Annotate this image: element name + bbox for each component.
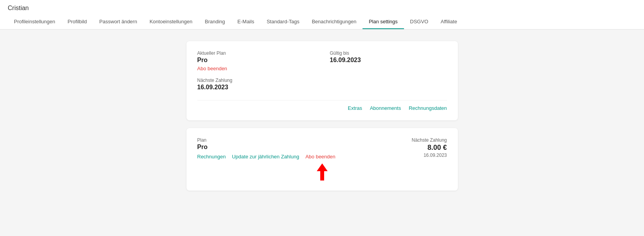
tab-emails[interactable]: E-Mails — [231, 15, 260, 29]
tab-profileinstellungen[interactable]: Profileinstellungen — [8, 15, 61, 29]
abonnements-link[interactable]: Abonnements — [370, 105, 401, 111]
card2-inner: Plan Pro Rechnungen Update zur jährliche… — [197, 137, 447, 160]
aktueller-plan-label: Aktueller Plan — [197, 50, 314, 56]
tab-branding[interactable]: Branding — [199, 15, 231, 29]
main-content: Aktueller Plan Pro Abo beenden Nächste Z… — [0, 30, 644, 210]
tab-tags[interactable]: Standard-Tags — [261, 15, 306, 29]
gueltig-bis-date: 16.09.2023 — [330, 57, 447, 64]
card2-links: Rechnungen Update zur jährlichen Zahlung… — [197, 154, 412, 160]
card1-left: Aktueller Plan Pro Abo beenden Nächste Z… — [197, 50, 314, 92]
tab-konto[interactable]: Kontoeinstellungen — [143, 15, 199, 29]
abo-beenden-link-1[interactable]: Abo beenden — [197, 66, 227, 71]
card2-right: Nächste Zahlung 8.00 € 16.09.2023 — [412, 137, 447, 158]
rechnungen-link[interactable]: Rechnungen — [197, 154, 226, 160]
header: Cristian Profileinstellungen Profilbild … — [0, 0, 644, 30]
svg-marker-0 — [317, 163, 328, 180]
gueltig-bis-label: Gültig bis — [330, 50, 447, 56]
tab-plan-settings[interactable]: Plan settings — [363, 15, 404, 29]
plan-label-2: Plan — [197, 137, 412, 143]
naechste-zahlung-label-1: Nächste Zahlung — [197, 78, 314, 83]
payment-date: 16.09.2023 — [412, 153, 447, 158]
current-plan-card: Aktueller Plan Pro Abo beenden Nächste Z… — [186, 41, 458, 120]
tab-affiliate[interactable]: Affiliate — [435, 15, 463, 29]
next-payment-section: Nächste Zahlung 16.09.2023 — [197, 78, 314, 91]
card1-actions: Extras Abonnements Rechnungsdaten — [197, 100, 447, 111]
payment-amount: 8.00 € — [412, 144, 447, 152]
naechste-zahlung-label-2: Nächste Zahlung — [412, 137, 447, 143]
card2-left: Plan Pro Rechnungen Update zur jährliche… — [197, 137, 412, 160]
tab-passwort[interactable]: Passwort ändern — [93, 15, 143, 29]
arrow-container — [197, 163, 447, 181]
navigation: Profileinstellungen Profilbild Passwort … — [8, 15, 636, 29]
abo-beenden-link-2[interactable]: Abo beenden — [306, 154, 335, 160]
plan-name-2: Pro — [197, 144, 412, 151]
plan-name-1: Pro — [197, 57, 314, 64]
tab-dsgvo[interactable]: DSGVO — [404, 15, 435, 29]
tab-profilbild[interactable]: Profilbild — [61, 15, 93, 29]
extras-link[interactable]: Extras — [348, 105, 362, 111]
naechste-zahlung-date-1: 16.09.2023 — [197, 84, 314, 91]
rechnungsdaten-link[interactable]: Rechnungsdaten — [409, 105, 447, 111]
username: Cristian — [8, 5, 636, 15]
update-link[interactable]: Update zur jährlichen Zahlung — [232, 154, 299, 160]
plan-details-card: Plan Pro Rechnungen Update zur jährliche… — [186, 128, 458, 191]
card1-right: Gültig bis 16.09.2023 — [314, 50, 447, 92]
red-arrow-icon — [316, 163, 328, 181]
tab-benachrichtigungen[interactable]: Benachrichtigungen — [306, 15, 363, 29]
